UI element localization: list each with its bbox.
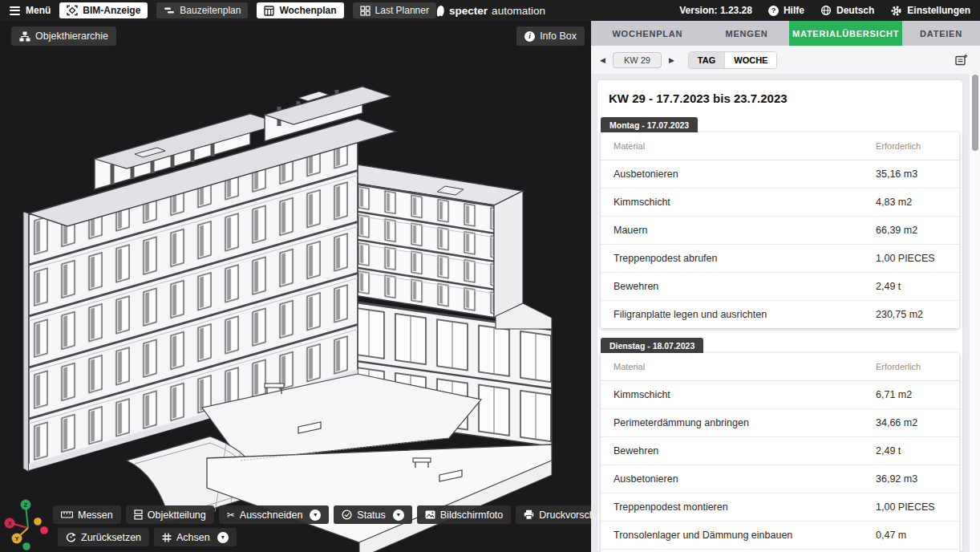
table-row: Treppenpodest montieren 1,00 PIECES	[601, 493, 959, 521]
bim-model-3d-view[interactable]	[0, 21, 591, 552]
tab-wochenplan[interactable]: WOCHENPLAN	[591, 21, 704, 46]
axis-z-label: Z	[24, 501, 28, 509]
toggle-woche-button[interactable]: WOCHE	[724, 52, 776, 68]
material-column-header: Material	[614, 141, 876, 151]
nav-wochenplan[interactable]: Wochenplan	[257, 2, 343, 18]
toggle-tag-button[interactable]: TAG	[689, 52, 724, 68]
day-week-toggle: TAG WOCHE	[688, 51, 778, 69]
material-quantity: 1,00 PIECES	[876, 253, 946, 264]
achsen-label: Achsen	[176, 532, 210, 543]
material-quantity: 34,66 m2	[876, 417, 946, 428]
app-window: Menü BIM-Anzeige Bauzeitenplan	[0, 0, 980, 552]
week-heading: KW 29 - 17.7.2023 bis 23.7.2023	[609, 91, 951, 105]
nav-label: Last Planner	[375, 5, 429, 16]
scissors-icon: ✂	[227, 510, 235, 520]
ausschneiden-dropdown-button[interactable]: ▾	[310, 509, 321, 521]
zuruecksetzen-label: Zurücksetzen	[81, 532, 141, 543]
object-hierarchy-button[interactable]: Objekthierarchie	[11, 26, 116, 46]
table-row: Bewehren 2,49 t	[601, 272, 959, 300]
next-week-button[interactable]: ▶	[667, 55, 676, 66]
messen-button[interactable]: Messen	[53, 505, 121, 524]
achsen-dropdown-button[interactable]: ▾	[217, 532, 229, 543]
material-name: Treppenpodest montieren	[614, 501, 876, 513]
language-label: Deutsch	[836, 5, 874, 16]
settings-label: Einstellungen	[907, 5, 970, 16]
objektteilung-button[interactable]: Objektteilung	[126, 505, 214, 524]
material-name: Kimmschicht	[614, 389, 876, 400]
material-name: Mauern	[614, 225, 876, 236]
axis-gizmo[interactable]: Z X Y	[2, 494, 51, 552]
zuruecksetzen-button[interactable]: Zurücksetzen	[58, 528, 149, 546]
brand-suffix: automation	[492, 5, 545, 17]
messen-label: Messen	[78, 509, 113, 521]
tab-materialuebersicht[interactable]: MATERIALÜBERSICHT	[789, 21, 902, 46]
nav-last-planner[interactable]: Last Planner	[353, 2, 436, 18]
table-row: Bewehren 2,49 t	[601, 436, 959, 465]
week-navigation-bar: ◀ KW 29 ▶ TAG WOCHE	[591, 46, 980, 74]
bildschirmfoto-label: Bildschirmfoto	[440, 509, 504, 521]
material-name: Treppenpodest abrufen	[614, 253, 876, 264]
add-note-icon	[955, 54, 968, 66]
table-row: Ausbetonieren 35,16 m3	[601, 160, 959, 188]
material-name: Filigranplatte legen und ausrichten	[614, 309, 876, 320]
chevron-down-icon: ▾	[397, 511, 400, 518]
status-dropdown-button[interactable]: ▾	[393, 509, 404, 521]
day-section-montag: Montag - 17.07.2023 Material Erforderlic…	[601, 117, 959, 328]
printer-icon	[524, 509, 534, 520]
bim-view-icon	[67, 5, 78, 16]
panel-scrollbar-thumb[interactable]	[972, 75, 978, 151]
material-quantity: 1,00 PIECES	[876, 501, 946, 513]
nav-bim-anzeige[interactable]: BIM-Anzeige	[59, 2, 148, 18]
viewport-toolbar: Messen Objektteilung ✂ Ausschneiden ▾	[53, 505, 591, 546]
table-row: Ausbetonieren 36,92 m3	[601, 465, 959, 493]
material-name: Tronsolenlager und Dämmung einbauen	[614, 530, 876, 541]
table-row: Kimmschicht 6,71 m2	[601, 381, 959, 408]
prev-week-icon: ◀	[600, 56, 605, 64]
week-calendar-icon	[264, 6, 274, 16]
table-header: Material Erforderlich	[601, 132, 959, 160]
info-box-label: Info Box	[540, 30, 577, 42]
material-name: Ausbetonieren	[614, 473, 876, 485]
reset-view-icon	[66, 532, 76, 542]
status-label: Status	[357, 509, 385, 521]
chevron-down-icon: ▾	[221, 534, 225, 541]
material-quantity: 35,16 m3	[876, 168, 946, 180]
help-button[interactable]: ? Hilfe	[768, 5, 804, 16]
settings-button[interactable]: Einstellungen	[890, 5, 970, 17]
axis-y-label: Y	[14, 535, 18, 542]
question-icon: ?	[768, 6, 779, 16]
help-label: Hilfe	[784, 5, 804, 16]
ausschneiden-button[interactable]: ✂ Ausschneiden ▾	[219, 505, 330, 524]
object-hierarchy-label: Objekthierarchie	[35, 30, 108, 42]
info-box-button[interactable]: i Info Box	[516, 26, 585, 46]
add-note-button[interactable]	[955, 54, 968, 66]
gear-icon	[890, 5, 902, 17]
side-panel: WOCHENPLAN MENGEN MATERIALÜBERSICHT DATE…	[591, 21, 980, 552]
brand-logo: specter automation	[435, 0, 545, 21]
bim-viewport[interactable]: Objekthierarchie i Info Box Z X Y	[0, 21, 591, 552]
prev-week-button[interactable]: ◀	[598, 55, 607, 66]
brand-name: specter	[449, 5, 488, 17]
druckvorschau-button[interactable]: Druckvorschau ▾	[516, 505, 591, 524]
language-button[interactable]: Deutsch	[820, 5, 874, 16]
hamburger-icon	[10, 6, 20, 15]
globe-icon	[820, 5, 832, 16]
day-badge: Dienstag - 18.07.2023	[601, 338, 703, 353]
axis-x-label: X	[7, 520, 11, 527]
material-name: Bewehren	[614, 445, 876, 457]
nav-bauzeitenplan[interactable]: Bauzeitenplan	[156, 2, 248, 18]
grid-2x2-icon	[360, 6, 371, 16]
status-button[interactable]: Status ▾	[334, 505, 411, 524]
day-section-dienstag: Dienstag - 18.07.2023 Material Erforderl…	[601, 338, 959, 552]
tab-dateien[interactable]: DATEIEN	[902, 21, 980, 46]
panel-scrollbar-track[interactable]	[970, 74, 980, 552]
week-select-button[interactable]: KW 29	[613, 52, 662, 68]
info-icon: i	[524, 31, 535, 42]
material-name: Perimeterdämmung anbringen	[614, 417, 876, 428]
material-column-header: Material	[614, 362, 876, 371]
achsen-button[interactable]: Achsen ▾	[154, 528, 237, 546]
tab-mengen[interactable]: MENGEN	[704, 21, 790, 46]
bildschirmfoto-button[interactable]: Bildschirmfoto	[417, 505, 512, 524]
menu-button[interactable]: Menü	[10, 5, 51, 16]
material-table: Material Erforderlich Kimmschicht 6,71 m…	[601, 353, 959, 552]
